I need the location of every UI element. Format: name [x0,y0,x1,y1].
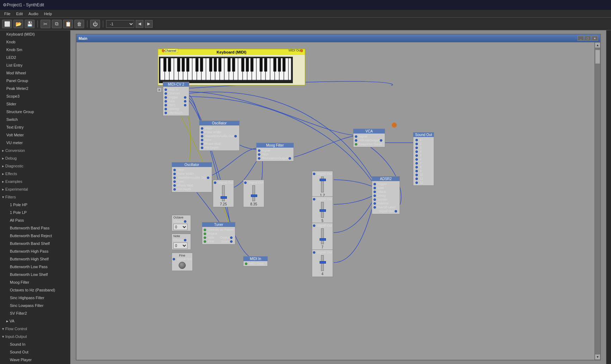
osc1-dot-pitch [201,127,203,130]
slider1-track[interactable] [222,185,225,201]
sidebar-item-conversion[interactable]: ▸ Conversion [0,147,70,154]
close-button[interactable]: × [592,36,598,41]
sidebar-item-sound-in[interactable]: Sound In [0,340,70,348]
main-layout: Keyboard (MIDI) Knob Knob Sm LED2 List E… [0,30,611,364]
tuner-dot-octave [204,233,206,235]
sidebar-item-bw-low-shelf[interactable]: Butterworth Low Shelf [0,271,70,278]
fine-knob[interactable] [179,262,186,269]
sidebar-item-peak-meter2[interactable]: Peak Meter2 [0,85,70,92]
maximize-button[interactable]: □ [585,36,591,41]
x-button[interactable]: X [157,87,162,92]
port-label-channel: Channel [168,92,180,95]
slider2-track[interactable] [252,185,255,201]
slider5-track[interactable] [321,228,324,244]
slider3-thumb[interactable] [320,179,326,181]
scroll-down-arrow[interactable]: ▼ [595,354,600,360]
sidebar-item-bw-high-pass[interactable]: Butterworth High Pass [0,247,70,255]
port-gate: Gate [165,99,187,103]
sidebar-item-led2[interactable]: LED2 [0,54,70,61]
delete-button[interactable]: 🗑 [74,20,84,28]
scroll-thumb[interactable] [595,50,600,64]
sidebar-item-text-entry[interactable]: Text Entry [0,123,70,131]
slider6-thumb[interactable] [320,261,326,264]
scroll-up-arrow[interactable]: ▲ [595,42,600,48]
sidebar-item-bw-band-reject[interactable]: Butterworth Band Reject [0,232,70,240]
sidebar-item-bw-low-pass[interactable]: Butterworth Low Pass [0,263,70,271]
menu-help[interactable]: Help [41,12,55,16]
slider5-thumb[interactable] [320,238,326,241]
sidebar-item-sound-out[interactable]: Sound Out [0,348,70,356]
new-button[interactable]: ⬜ [2,20,12,28]
note-select[interactable]: 0 [173,242,187,249]
channel-label: Channel [163,49,178,53]
sidebar-item-slider[interactable]: Slider [0,100,70,108]
sidebar-item-switch[interactable]: Switch [0,116,70,123]
sidebar-item-va[interactable]: ▸ VA [0,317,70,325]
menu-edit[interactable]: Edit [13,12,26,16]
menu-file[interactable]: File [1,12,13,16]
sidebar-item-mod-wheel[interactable]: Mod Wheel [0,69,70,77]
sidebar-item-octaves-hz[interactable]: Octaves to Hz (Passband) [0,286,70,294]
power-button[interactable]: ⏻ [90,20,100,28]
slider2-thumb[interactable] [251,195,257,197]
slider4-track[interactable] [321,202,324,218]
sidebar-item-sinc-high[interactable]: Sinc Highpass Filter [0,294,70,302]
paste-button[interactable]: 📋 [63,20,73,28]
sidebar-item-keyboard-midi[interactable]: Keyboard (MIDI) [0,30,70,38]
sidebar-item-experimental[interactable]: ▸ Experimental [0,185,70,193]
copy-button[interactable]: ⧉ [52,20,62,28]
sidebar-item-input-output[interactable]: ▾ Input-Output [0,333,70,340]
sidebar-item-structure-group[interactable]: Structure Group [0,108,70,116]
sidebar-item-effects[interactable]: ▸ Effects [0,170,70,178]
save-button[interactable]: 💾 [25,20,35,28]
oscillator2-module: Oscillator Pitch Pulse Width Waveform Au… [172,162,212,192]
sidebar-item-bw-band-shelf[interactable]: Butterworth Band Shelf [0,240,70,247]
sidebar-item-vu-meter[interactable]: VU meter [0,139,70,147]
slider3-track[interactable] [321,177,324,192]
sound-out-port-2: 2 [415,142,432,146]
fine-port: Signal Out [173,257,192,261]
sidebar-item-moog-filter[interactable]: Moog Filter [0,278,70,286]
sidebar-item-knob-sm[interactable]: Knob Sm [0,46,70,54]
sidebar-item-all-pass[interactable]: All Pass [0,216,70,224]
octave-select[interactable]: 0 [173,224,187,230]
vertical-scrollbar[interactable]: ▲ ▼ [594,42,600,360]
sidebar-item-volt-meter[interactable]: Volt Meter [0,131,70,139]
prev-button[interactable]: ◀ [136,20,143,28]
midi-out-port-dot [300,49,303,52]
project-selector[interactable]: -1 [106,20,134,28]
sidebar-item-list-entry[interactable]: List Entry [0,61,70,69]
sidebar-item-knob[interactable]: Knob [0,38,70,46]
so-dot-7 [415,162,418,165]
sidebar-item-sv-filter2[interactable]: SV Filter2 [0,309,70,317]
cut-button[interactable]: ✂ [41,20,50,28]
sidebar-item-sinc-low[interactable]: Sinc Lowpass Filter [0,302,70,309]
slider4-thumb[interactable] [320,209,326,212]
svg-rect-49 [278,58,281,72]
sidebar-item-1pole-hp[interactable]: 1 Pole HP [0,201,70,209]
sidebar-item-flow-control[interactable]: ▾ Flow Control [0,325,70,333]
canvas-area[interactable]: Main _ □ × [70,30,606,364]
sidebar-item-1pole-lp[interactable]: 1 Pole LP [0,209,70,216]
midi-cv2-body: MIDI In Channel Trigger [163,87,189,116]
scroll-track[interactable] [595,48,600,354]
slider6-track[interactable] [321,255,324,271]
synth-canvas[interactable]: Keyboard (MIDI) Channel MIDI Out [76,42,600,360]
sidebar-item-filters[interactable]: ▾ Filters [0,193,70,201]
sidebar-item-bw-high-shelf[interactable]: Butterworth High Shelf [0,255,70,263]
menu-audio[interactable]: Audio [26,12,41,16]
slider1-thumb[interactable] [221,196,227,199]
sidebar-item-panel-group[interactable]: Panel Group [0,77,70,85]
sidebar-item-debug[interactable]: ▸ Debug [0,154,70,162]
minimize-button[interactable]: _ [578,36,584,41]
open-button[interactable]: 📂 [13,20,23,28]
next-button[interactable]: ▶ [145,20,153,28]
tuner-dot-fine [204,240,206,243]
sidebar-item-scope3[interactable]: Scope3 [0,92,70,100]
sidebar-item-wave-player[interactable]: Wave Player [0,356,70,364]
sidebar-item-examples[interactable]: ▸ Examples [0,178,70,185]
sidebar-item-diagnostic[interactable]: ▸ Diagnostic [0,162,70,170]
slider3-module: Signal Out 1.2 [312,171,333,198]
sidebar-item-bw-band-pass[interactable]: Butterworth Band Pass [0,224,70,232]
moog-dot-output [289,157,291,160]
